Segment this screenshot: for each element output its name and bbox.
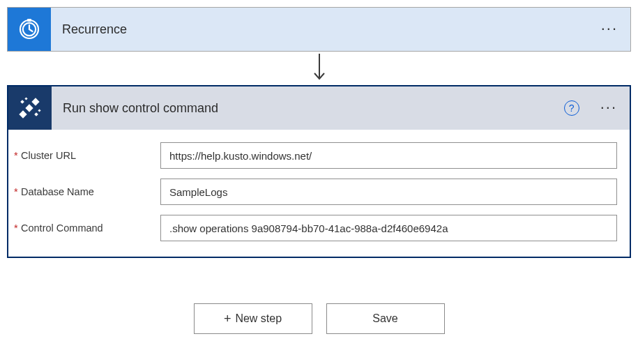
footer-buttons: + New step Save: [7, 303, 631, 334]
svg-line-3: [29, 29, 33, 31]
field-row-cluster-url: Cluster URL: [21, 142, 617, 169]
more-menu-icon[interactable]: ...: [588, 17, 630, 33]
action-body: Cluster URL Database Name Control Comman…: [8, 130, 630, 257]
cluster-url-input[interactable]: [160, 142, 617, 169]
field-row-control-command: Control Command: [21, 215, 617, 241]
svg-rect-4: [27, 19, 31, 22]
action-run-show-control-command-card[interactable]: Run show control command ? ... Cluster U…: [7, 85, 631, 258]
svg-rect-10: [24, 97, 27, 100]
connector-arrow: [7, 52, 631, 85]
save-button[interactable]: Save: [326, 303, 445, 334]
kusto-icon: [8, 86, 52, 130]
save-label: Save: [372, 312, 397, 325]
new-step-label: New step: [235, 312, 282, 325]
help-icon[interactable]: ?: [564, 100, 579, 116]
new-step-button[interactable]: + New step: [194, 303, 312, 334]
more-menu-icon[interactable]: ...: [588, 96, 630, 112]
database-name-input[interactable]: [160, 179, 617, 205]
svg-rect-8: [31, 98, 39, 105]
database-name-label: Database Name: [21, 186, 160, 197]
trigger-header: Recurrence ...: [8, 8, 630, 51]
svg-rect-6: [19, 110, 26, 118]
trigger-title: Recurrence: [51, 22, 588, 37]
field-row-database-name: Database Name: [21, 179, 617, 205]
svg-rect-7: [25, 104, 33, 112]
control-command-input[interactable]: [160, 215, 617, 241]
plus-icon: +: [224, 312, 231, 325]
control-command-label: Control Command: [21, 222, 160, 234]
cluster-url-label: Cluster URL: [21, 150, 160, 161]
workflow-canvas: Recurrence ... Run show c: [7, 7, 631, 334]
svg-rect-12: [38, 109, 40, 112]
recurrence-icon: [8, 8, 51, 51]
svg-rect-11: [34, 112, 38, 116]
svg-rect-9: [20, 100, 24, 104]
action-header: Run show control command ? ...: [8, 86, 630, 130]
action-title: Run show control command: [52, 101, 564, 116]
trigger-recurrence-card[interactable]: Recurrence ...: [7, 7, 631, 52]
